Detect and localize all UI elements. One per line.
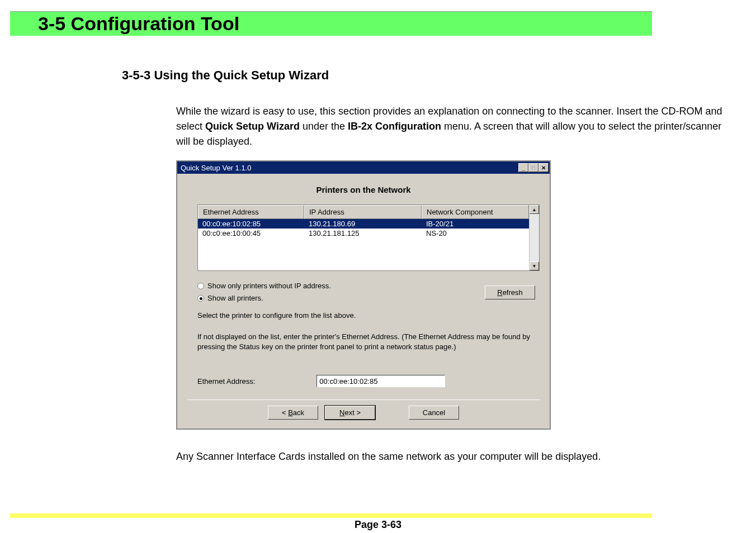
- section-banner: 3-5 Configuration Tool: [10, 11, 652, 36]
- col-header-component[interactable]: Network Component: [422, 205, 529, 219]
- close-button[interactable]: ✕: [538, 163, 549, 172]
- dialog-footer: < Back Next > Cancel: [187, 399, 540, 422]
- scrollbar[interactable]: ▲ ▼: [529, 205, 539, 270]
- dialog-heading: Printers on the Network: [187, 185, 540, 194]
- page-number: Page 3-63: [0, 519, 756, 531]
- refresh-button[interactable]: Refresh: [485, 285, 535, 299]
- outro-paragraph: Any Scanner Interface Cards installed on…: [176, 451, 756, 463]
- scroll-track[interactable]: [530, 214, 539, 261]
- subsection-title: 3-5-3 Using the Quick Setup Wizard: [122, 68, 756, 83]
- filter-radio-group: Show only printers without IP address. S…: [197, 280, 331, 304]
- table-row[interactable]: 00:c0:ee:10:00:45 130.21.181.125 NS-20: [198, 229, 529, 238]
- footer-divider: [10, 513, 652, 518]
- banner-title: 3-5 Configuration Tool: [38, 13, 652, 35]
- cancel-button[interactable]: Cancel: [409, 406, 459, 420]
- table-row[interactable]: 00:c0:ee:10:02:85 130.21.180.69 IB-20/21: [198, 219, 529, 229]
- ethernet-address-row: Ethernet Address:: [197, 375, 540, 387]
- help-instruction: If not displayed on the list, enter the …: [197, 332, 540, 351]
- scroll-up-icon[interactable]: ▲: [530, 205, 539, 214]
- col-header-ip[interactable]: IP Address: [304, 205, 422, 219]
- dialog-body: Printers on the Network Ethernet Address…: [177, 174, 550, 429]
- intro-paragraph: While the wizard is easy to use, this se…: [176, 104, 728, 149]
- quick-setup-dialog: Quick Setup Ver 1.1.0 _ □ ✕ Printers on …: [176, 160, 551, 430]
- radio-icon: [197, 295, 204, 302]
- table-body[interactable]: 00:c0:ee:10:02:85 130.21.180.69 IB-20/21…: [198, 219, 529, 270]
- select-instruction: Select the printer to configure from the…: [197, 311, 540, 320]
- minimize-button[interactable]: _: [518, 163, 528, 172]
- titlebar: Quick Setup Ver 1.1.0 _ □ ✕: [177, 161, 550, 174]
- window-title: Quick Setup Ver 1.1.0: [181, 164, 251, 172]
- page-footer: Page 3-63: [0, 513, 756, 531]
- radio-show-all[interactable]: Show all printers.: [197, 292, 331, 304]
- window-controls: _ □ ✕: [518, 163, 549, 172]
- radio-icon: [197, 283, 204, 289]
- scroll-down-icon[interactable]: ▼: [530, 261, 539, 270]
- ethernet-address-input[interactable]: [316, 375, 445, 387]
- table-header-row: Ethernet Address IP Address Network Comp…: [198, 205, 529, 219]
- ethernet-address-label: Ethernet Address:: [197, 377, 255, 386]
- printers-table: Ethernet Address IP Address Network Comp…: [197, 204, 540, 271]
- col-header-ethernet[interactable]: Ethernet Address: [198, 205, 304, 219]
- next-button[interactable]: Next >: [325, 406, 375, 420]
- back-button[interactable]: < Back: [268, 406, 318, 420]
- radio-without-ip[interactable]: Show only printers without IP address.: [197, 280, 331, 292]
- maximize-button[interactable]: □: [528, 163, 538, 172]
